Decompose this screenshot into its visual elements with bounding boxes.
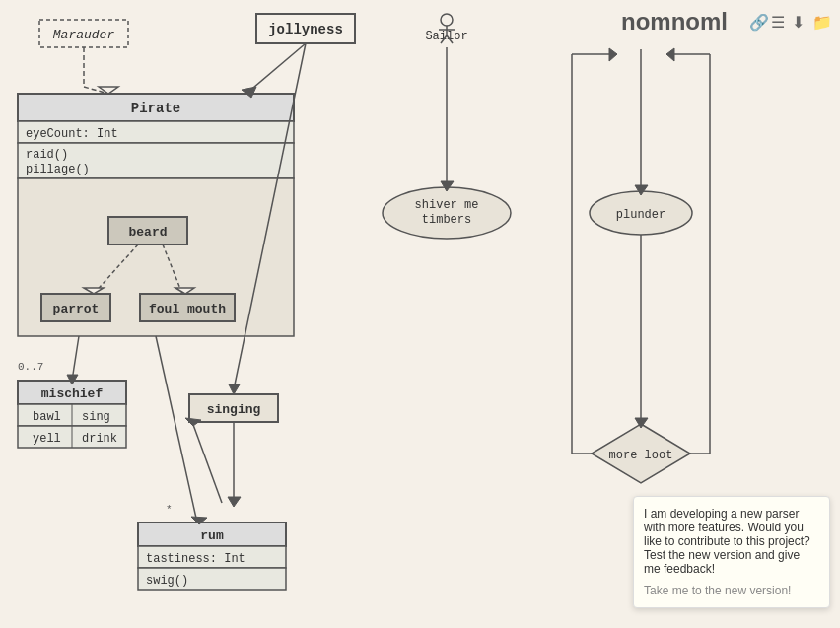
pirate-method1: raid() [26, 148, 68, 162]
menu-icon[interactable]: ☰ [771, 14, 785, 31]
popup-link[interactable]: Take me to the new version! [644, 584, 819, 597]
pirate-field: eyeCount: Int [26, 127, 118, 141]
pirate-method2: pillage() [26, 163, 90, 176]
singing-label: singing [207, 402, 261, 417]
feedback-popup: I am developing a new parser with more f… [633, 496, 830, 608]
mischief-label: mischief [41, 386, 104, 401]
mischief-item4: drink [82, 432, 117, 446]
download-icon[interactable]: ⬇ [792, 14, 805, 31]
mischief-multiplicity: 0..7 [18, 361, 43, 373]
link-icon[interactable]: 🔗 [749, 13, 769, 32]
rum-field: tastiness: Int [146, 552, 245, 566]
rum-label: rum [200, 528, 224, 543]
mischief-item1: bawl [33, 410, 61, 424]
shiver-me-timbers-label: shiver me [415, 198, 479, 212]
marauder-label: Marauder [53, 28, 115, 42]
mischief-item3: yell [33, 432, 61, 446]
mischief-item2: sing [82, 410, 110, 424]
foul-mouth-label: foul mouth [149, 302, 226, 316]
jollyness-label: jollyness [268, 22, 343, 37]
more-loot-label: more loot [609, 449, 673, 462]
app-title: nomnoml [621, 8, 728, 35]
shiver-me-timbers-label2: timbers [422, 213, 471, 227]
folder-icon[interactable]: 📁 [812, 13, 832, 32]
plunder-label: plunder [616, 208, 665, 222]
rum-method: swig() [146, 574, 188, 588]
pirate-title: Pirate [131, 101, 180, 116]
parrot-label: parrot [53, 302, 100, 316]
popup-text: I am developing a new parser with more f… [644, 507, 819, 576]
rum-multiplicity: * [166, 504, 173, 516]
beard-label: beard [128, 225, 167, 240]
